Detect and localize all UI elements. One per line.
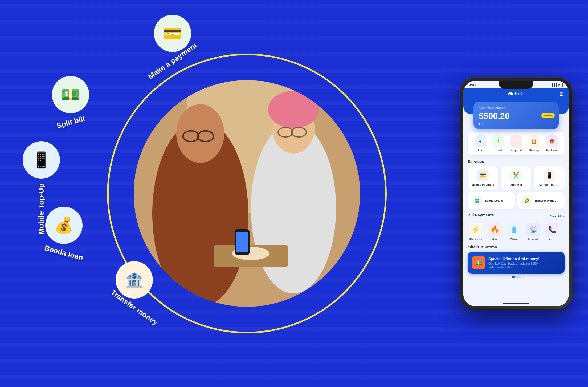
qa-send-label: Send <box>495 148 502 152</box>
qa-redeem-label: Redeem <box>546 148 558 152</box>
offers-title: Offers & Promo <box>468 245 565 249</box>
balance-card: Avaiable Balance $500.20 beedaa <box>473 102 559 129</box>
balance-dots <box>479 123 553 125</box>
bill-icon-gas: 🔥 <box>488 223 502 236</box>
status-icons: ▐▐▐ ≋ ▐ <box>551 83 564 87</box>
offer-text: Special Offer on Add money!! Get $10 Cas… <box>488 257 541 269</box>
feature-circle-loan: 💰 <box>45 207 83 244</box>
bill-gas[interactable]: 🔥 Gas <box>487 223 503 241</box>
see-all-button[interactable]: See All » <box>550 214 565 218</box>
services-title: Services <box>468 159 565 164</box>
qa-request-label: Request <box>510 148 522 152</box>
bill-icon-water: 💧 <box>507 223 521 236</box>
service-label-transfer: Transfer Money <box>534 199 556 203</box>
qa-send-icon: ↑ <box>492 135 504 147</box>
qa-send[interactable]: ↑ Send <box>492 135 504 152</box>
page-dot-2 <box>516 276 518 278</box>
bill-icon-landline: 📞 <box>545 223 559 236</box>
signal-icon: ▐▐▐ <box>551 83 557 87</box>
service-split-bill[interactable]: ✂️ Split Bill <box>501 166 532 190</box>
feature-beeda-loan[interactable]: 💰 Beeda loan <box>44 207 84 257</box>
service-label-split: Split Bill <box>510 183 522 187</box>
qa-add[interactable]: + Add <box>475 135 486 152</box>
service-icon-loans: 🏦 <box>472 196 482 206</box>
balance-dot-1 <box>479 123 480 125</box>
phone-mockup: 9:41 ▐▐▐ ≋ ▐ ‹ Wallet ⊞ <box>460 78 572 309</box>
offer-note: *valid only for today <box>488 266 541 269</box>
qr-icon[interactable]: ⊞ <box>560 91 564 97</box>
service-mobile-topup[interactable]: 📱 Mobile Top-Up <box>534 166 565 190</box>
header-title: Wallet <box>470 91 560 97</box>
page-dot-3 <box>519 276 521 278</box>
app-body: + Add ↑ Send ↓ Request 📋 <box>463 114 569 306</box>
bill-icon-internet: 📡 <box>526 223 540 236</box>
svg-rect-10 <box>236 232 248 252</box>
bill-label-internet: Internet <box>528 238 538 241</box>
bill-electricity[interactable]: ⚡ Electricity <box>468 223 484 241</box>
feature-label-split: Split bill <box>55 114 85 130</box>
phone-screen: 9:41 ▐▐▐ ≋ ▐ ‹ Wallet ⊞ <box>463 81 569 306</box>
feature-circle-payment: 💳 <box>154 15 191 52</box>
service-beeda-loans[interactable]: 🏦 Beeda Loans <box>468 192 515 209</box>
bill-label-landline: Land L... <box>547 238 558 241</box>
service-icon-payment: 💳 <box>477 170 489 181</box>
service-transfer-money[interactable]: 💸 Transfer Money <box>517 192 565 209</box>
bill-label-water: Water <box>510 238 518 241</box>
feature-label-loan: Beeda loan <box>43 244 84 262</box>
services-grid: 💳 Make a Payment ✂️ Split Bill 📱 Mobile … <box>468 166 565 190</box>
qa-history-icon: 📋 <box>528 135 540 147</box>
header-top: ‹ Wallet ⊞ <box>468 90 564 97</box>
bill-icon-electricity: ⚡ <box>469 223 483 236</box>
services-row2: 🏦 Beeda Loans 💸 Transfer Money <box>468 192 565 209</box>
back-button[interactable]: ‹ <box>468 90 470 97</box>
phone-outer: 9:41 ▐▐▐ ≋ ▐ ‹ Wallet ⊞ <box>460 78 572 309</box>
feature-make-payment[interactable]: 💳 Make a payment <box>144 15 201 65</box>
qa-request-icon: ↓ <box>510 135 522 147</box>
phone-notch <box>499 81 533 89</box>
feature-label-topup: Mobile Top-Up <box>37 183 46 235</box>
battery-icon: ▐ <box>561 83 564 87</box>
qa-request[interactable]: ↓ Request <box>510 135 522 152</box>
offer-title: Special Offer on Add money!! <box>488 257 541 261</box>
status-time: 9:41 <box>469 83 476 87</box>
bill-internet[interactable]: 📡 Internet <box>525 223 541 241</box>
offers-section: Offers & Promo 💵 Special Offer on Add mo… <box>468 245 565 278</box>
bill-water[interactable]: 💧 Water <box>506 223 522 241</box>
qa-add-label: Add <box>477 148 483 152</box>
qa-history-label: History <box>529 148 539 152</box>
service-label-payment: Make a Payment <box>472 183 495 187</box>
offer-card[interactable]: 💵 Special Offer on Add money!! Get $10 C… <box>468 252 565 274</box>
service-icon-transfer: 💸 <box>522 196 532 206</box>
service-make-payment[interactable]: 💳 Make a Payment <box>468 166 498 190</box>
services-section: Services 💳 Make a Payment ✂️ Split Bill <box>468 159 565 209</box>
feature-circle-topup: 📱 <box>23 141 60 179</box>
service-label-loans: Beeda Loans <box>485 199 503 203</box>
bill-landline[interactable]: 📞 Land L... <box>544 223 560 241</box>
qa-redeem[interactable]: 🎁 Redeem <box>546 135 558 152</box>
bills-row: ⚡ Electricity 🔥 Gas 💧 Water <box>468 223 565 241</box>
quick-actions: + Add ↑ Send ↓ Request 📋 <box>468 132 565 155</box>
photo-bg <box>134 80 360 307</box>
qa-redeem-icon: 🎁 <box>546 135 558 147</box>
offer-subtitle: Get $10 Cashback on adding $150 <box>488 262 541 265</box>
feature-split-bill[interactable]: 💵 Split bill <box>52 76 89 127</box>
page-dots <box>468 276 565 278</box>
feature-circle-split: 💵 <box>52 76 89 113</box>
balance-label: Avaiable Balance <box>479 106 553 110</box>
qa-history[interactable]: 📋 History <box>528 135 540 152</box>
scene: 💳 Make a payment 💵 Split bill 📱 Mobile T… <box>0 0 588 387</box>
qa-add-icon: + <box>475 135 486 147</box>
bill-label-electricity: Electricity <box>469 238 482 241</box>
app-header: ‹ Wallet ⊞ Avaiable Balance $500.20 beed… <box>463 88 569 114</box>
bill-header: Bill Payments See All » <box>468 213 565 220</box>
service-icon-split: ✂️ <box>510 170 522 181</box>
beeda-badge: beedaa <box>541 113 555 118</box>
home-indicator <box>503 303 529 304</box>
service-icon-topup: 📱 <box>544 170 555 181</box>
service-label-topup: Mobile Top-Up <box>539 183 560 187</box>
page-dot-1 <box>512 276 515 278</box>
bill-payments-section: Bill Payments See All » ⚡ Electricity 🔥 … <box>468 213 565 241</box>
bill-payments-title: Bill Payments <box>468 213 494 217</box>
photo-circle <box>134 80 360 307</box>
feature-mobile-topup[interactable]: 📱 Mobile Top-Up <box>23 141 60 235</box>
